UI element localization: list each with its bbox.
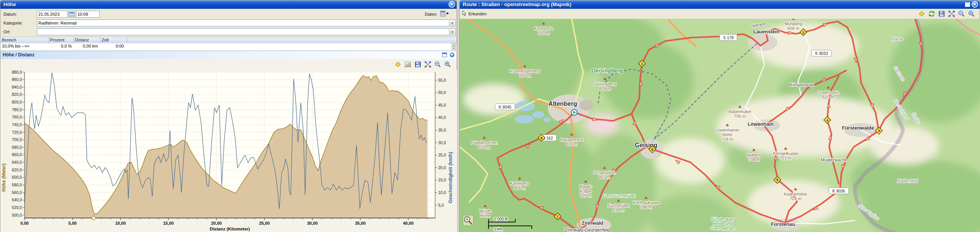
fit-view-icon[interactable] bbox=[948, 10, 955, 17]
svg-text:15,00: 15,00 bbox=[163, 221, 174, 225]
ort-dropdown-arrow[interactable]: ▼ bbox=[449, 29, 455, 35]
svg-text:5,0: 5,0 bbox=[438, 203, 444, 207]
map-label: Müglitzwacht bbox=[821, 158, 846, 162]
map-label: Königshaupt bbox=[790, 82, 815, 87]
zoom-out-icon[interactable] bbox=[434, 61, 441, 68]
time-input[interactable]: 10:09 bbox=[76, 11, 100, 18]
ort-combobox[interactable]: ▼ bbox=[37, 28, 456, 35]
diamond-marker-icon[interactable] bbox=[918, 10, 925, 17]
column-header-zeit[interactable]: Zeit bbox=[102, 38, 109, 42]
save-icon[interactable] bbox=[938, 10, 945, 17]
explore-tool[interactable]: Erkunden bbox=[462, 11, 487, 17]
map-label: Geisingberg bbox=[591, 67, 623, 74]
svg-text:K 9045: K 9045 bbox=[498, 105, 511, 109]
zoom-in-icon[interactable] bbox=[444, 61, 451, 68]
svg-text:45,0: 45,0 bbox=[438, 103, 446, 107]
svg-text:20,00: 20,00 bbox=[211, 221, 222, 225]
svg-text:5,00: 5,00 bbox=[68, 221, 76, 225]
svg-text:30,0: 30,0 bbox=[438, 140, 446, 145]
svg-text:8: 8 bbox=[541, 136, 543, 140]
cell-distanz: 0,00 km bbox=[73, 44, 98, 48]
chart-section-bar: Höhe / Distanz bbox=[0, 51, 457, 59]
road-shield: K 9045 bbox=[495, 104, 515, 110]
svg-text:860,0: 860,0 bbox=[12, 77, 22, 82]
date-input[interactable]: 21.05.2023 bbox=[37, 11, 68, 18]
column-header-bereich[interactable]: Bereich bbox=[2, 38, 16, 42]
svg-text:7: 7 bbox=[557, 215, 559, 219]
openstreetmap-canvas[interactable]: K 9045S 162S 178K 9033K 9036AltenbergGei… bbox=[460, 19, 980, 232]
map-overview-icon[interactable] bbox=[463, 215, 474, 226]
elevation-panel-titlebar: Höhe bbox=[0, 0, 457, 9]
elevation-distance-chart[interactable]: 880,0860,0840,0820,0800,0780,0760,0740,0… bbox=[0, 70, 457, 232]
svg-text:540,0: 540,0 bbox=[12, 197, 22, 202]
elevation-chart[interactable]: 880,0860,0840,0820,0800,0780,0760,0740,0… bbox=[0, 70, 457, 232]
svg-text:640,0: 640,0 bbox=[12, 160, 22, 165]
svg-text:3: 3 bbox=[878, 129, 880, 133]
elevation-panel-title: Höhe bbox=[3, 2, 16, 7]
window-icon[interactable] bbox=[965, 2, 970, 7]
svg-text:660,0: 660,0 bbox=[12, 152, 22, 157]
svg-text:5: 5 bbox=[776, 178, 778, 182]
chevron-down-icon bbox=[450, 3, 454, 6]
y-left-axis-title: Höhe (Meter) bbox=[1, 163, 7, 191]
zoom-out-icon[interactable] bbox=[958, 10, 965, 17]
svg-text:520,0: 520,0 bbox=[12, 205, 22, 210]
svg-text:600,0: 600,0 bbox=[12, 175, 22, 179]
diamond-marker-icon[interactable] bbox=[394, 61, 401, 68]
calendar-button[interactable] bbox=[68, 11, 75, 18]
category-value: Radfahren: Rennrad bbox=[38, 21, 77, 25]
chart-section-title: Höhe / Distanz bbox=[0, 51, 457, 59]
explore-label: Erkunden bbox=[469, 12, 487, 16]
map-toolbar: Erkunden bbox=[460, 9, 980, 19]
cell-prozent: 0,0 % bbox=[48, 44, 72, 48]
svg-text:700,0: 700,0 bbox=[12, 137, 22, 142]
svg-text:780,0: 780,0 bbox=[12, 107, 22, 112]
fit-view-icon[interactable] bbox=[424, 61, 431, 68]
data-grid-icon[interactable] bbox=[440, 11, 446, 18]
svg-text:10,00: 10,00 bbox=[115, 221, 126, 225]
save-icon[interactable] bbox=[414, 61, 421, 68]
column-header-prozent[interactable]: Prozent bbox=[50, 38, 64, 42]
map-viewport[interactable]: K 9045S 162S 178K 9033K 9036AltenbergGei… bbox=[460, 19, 980, 232]
svg-text:K 9036: K 9036 bbox=[832, 189, 845, 193]
svg-text:35,00: 35,00 bbox=[355, 221, 366, 225]
category-dropdown-arrow[interactable]: ▼ bbox=[449, 20, 455, 26]
refresh-icon[interactable] bbox=[928, 10, 935, 17]
map-label: FürstenauerHeide undGrenzwiesen bbox=[710, 217, 735, 230]
svg-text:10,0: 10,0 bbox=[438, 190, 446, 195]
daten-expand-arrow[interactable]: ▶ bbox=[447, 12, 449, 15]
column-header-distanz[interactable]: Distanz bbox=[75, 38, 89, 42]
svg-text:2: 2 bbox=[802, 31, 804, 35]
map-label: Fürstenau bbox=[771, 221, 795, 227]
road-shield: K 9033 bbox=[812, 50, 832, 56]
cell-zeit: 0:00 bbox=[100, 44, 124, 48]
map-label: WüsteHöhe bbox=[479, 209, 491, 218]
table-row[interactable]: 10,0% bis -->> 0,0 % 0,00 km 0:00 bbox=[0, 43, 457, 50]
chevron-down-icon bbox=[450, 54, 454, 56]
y-left-ticks: 880,0860,0840,0820,0800,0780,0760,0740,0… bbox=[12, 70, 25, 217]
map-label: Fürstenwalde bbox=[842, 125, 874, 131]
category-label: Kategorie: bbox=[3, 21, 23, 25]
start-position-marker[interactable] bbox=[571, 109, 577, 115]
map-label: Forst Fuchshübel bbox=[603, 194, 636, 198]
svg-text:40,00: 40,00 bbox=[403, 221, 414, 225]
svg-text:880,0: 880,0 bbox=[12, 70, 22, 74]
svg-text:35,0: 35,0 bbox=[438, 128, 446, 132]
zoom-in-icon[interactable] bbox=[968, 10, 975, 17]
svg-text:740,0: 740,0 bbox=[12, 122, 22, 127]
daten-label: Daten: bbox=[425, 12, 437, 16]
road-shield: K 9036 bbox=[829, 188, 849, 194]
map-label: Haberfeld bbox=[897, 178, 918, 184]
svg-text:800,0: 800,0 bbox=[12, 100, 22, 104]
restore-window-icon[interactable] bbox=[442, 53, 447, 57]
collapse-panel-button[interactable] bbox=[972, 1, 978, 8]
collapse-panel-button[interactable] bbox=[449, 1, 455, 8]
category-combobox[interactable]: Radfahren: Rennrad ▼ bbox=[37, 20, 456, 26]
cursor-icon bbox=[462, 11, 467, 17]
scroll-up-button[interactable]: ▲ bbox=[452, 43, 456, 46]
scroll-down-button[interactable]: ▼ bbox=[452, 47, 456, 50]
svg-text:6: 6 bbox=[652, 148, 653, 151]
map-label: Zinnwald bbox=[582, 220, 603, 226]
chart-thumbnail-icon[interactable] bbox=[404, 61, 411, 68]
collapse-section-button[interactable] bbox=[449, 52, 455, 58]
